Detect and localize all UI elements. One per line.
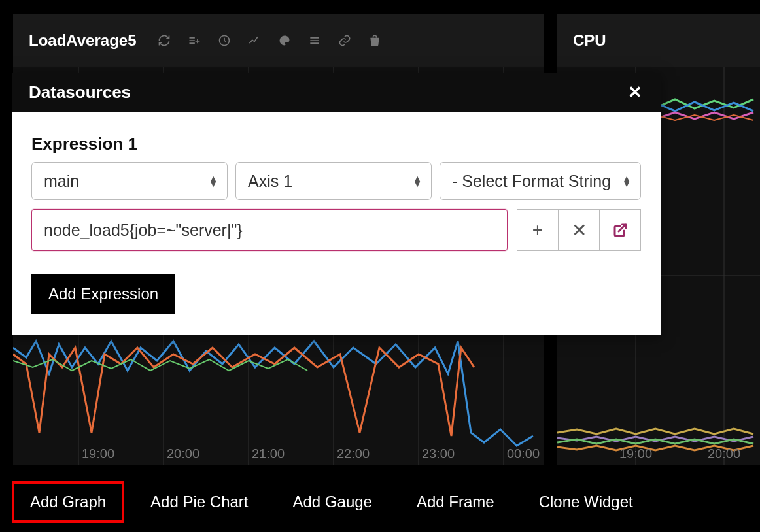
select-format[interactable]: - Select Format String ▲▼ <box>440 162 641 200</box>
add-graph-button[interactable]: Add Graph <box>13 482 123 522</box>
select-value: - Select Format String <box>452 172 611 191</box>
modal-header: Datasources ✕ <box>12 73 661 112</box>
expression-label: Expression 1 <box>31 134 641 154</box>
sort-arrows-icon: ▲▼ <box>413 176 422 186</box>
xtick: 19:00 <box>619 446 652 461</box>
datasources-modal: Datasources ✕ Expression 1 main ▲▼ Axis … <box>12 73 661 335</box>
expression-input[interactable] <box>31 209 508 251</box>
trend-icon[interactable] <box>247 33 262 48</box>
datasources-icon[interactable] <box>186 33 202 48</box>
action-bar: Add Graph Add Pie Chart Add Gauge Add Fr… <box>13 482 650 522</box>
select-axis[interactable]: Axis 1 ▲▼ <box>235 162 432 200</box>
panel-title: CPU <box>573 31 606 50</box>
panel-title: LoadAverage5 <box>29 31 137 50</box>
xtick: 00:00 <box>507 446 540 461</box>
xtick: 22:00 <box>337 446 370 461</box>
sort-arrows-icon: ▲▼ <box>209 176 218 186</box>
add-pie-button[interactable]: Add Pie Chart <box>133 482 265 522</box>
xtick: 20:00 <box>167 446 199 461</box>
add-expression-button[interactable]: Add Expression <box>31 274 175 314</box>
select-value: Axis 1 <box>248 172 292 191</box>
add-frame-button[interactable]: Add Frame <box>400 482 511 522</box>
selects-row: main ▲▼ Axis 1 ▲▼ - Select Format String… <box>31 162 641 200</box>
remove-button[interactable]: ✕ <box>558 209 600 251</box>
external-link-icon[interactable] <box>599 209 641 251</box>
xtick: 19:00 <box>82 446 114 461</box>
close-icon[interactable]: ✕ <box>628 82 642 103</box>
modal-body: Expression 1 main ▲▼ Axis 1 ▲▼ - Select … <box>12 112 661 335</box>
xtick: 23:00 <box>422 446 455 461</box>
panel-header: CPU <box>557 14 760 67</box>
refresh-icon[interactable] <box>156 33 172 48</box>
link-icon[interactable] <box>337 33 353 48</box>
modal-title: Datasources <box>29 82 131 103</box>
clone-widget-button[interactable]: Clone Widget <box>522 482 650 522</box>
menu-icon[interactable] <box>307 33 322 48</box>
panel-toolbar <box>156 33 383 48</box>
expression-row: + ✕ <box>31 209 641 251</box>
clock-icon[interactable] <box>216 33 232 48</box>
select-datasource[interactable]: main ▲▼ <box>31 162 228 200</box>
add-gauge-button[interactable]: Add Gauge <box>276 482 389 522</box>
xtick: 21:00 <box>252 446 285 461</box>
trash-icon[interactable] <box>367 33 383 48</box>
xtick: 20:00 <box>708 446 740 461</box>
palette-icon[interactable] <box>277 33 292 48</box>
sort-arrows-icon: ▲▼ <box>622 176 631 186</box>
add-button[interactable]: + <box>517 209 559 251</box>
select-value: main <box>44 172 79 191</box>
panel-header: LoadAverage5 <box>13 14 544 67</box>
